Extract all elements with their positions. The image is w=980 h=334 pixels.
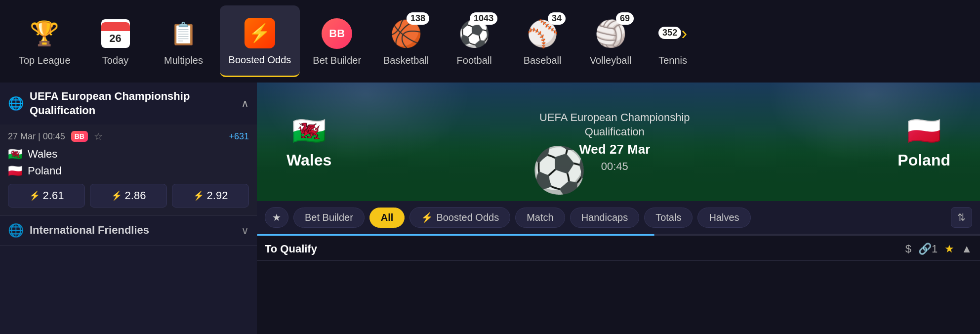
nav-label-baseball: Baseball <box>524 55 562 66</box>
star-icon: ★ <box>272 211 281 223</box>
match-date: 27 Mar | 00:45 <box>8 131 65 142</box>
boosted-odds-icon-wrap: ⚡ <box>243 16 277 50</box>
nav-item-more[interactable]: 352 › Tennis <box>647 5 699 77</box>
nav-label-basketball: Basketball <box>383 55 429 66</box>
bet-builder-icon-wrap: BB <box>320 16 354 51</box>
nav-label-football: Football <box>457 55 492 66</box>
tennis-badge: 352 <box>658 27 681 39</box>
volleyball-icon-wrap: 🏐 69 <box>593 16 628 51</box>
filter-bet-builder-button[interactable]: Bet Builder <box>293 208 365 228</box>
banner-background: ⚽ 🏴󠁧󠁢󠁷󠁬󠁳󠁿 Wales UEFA European Championsh… <box>257 83 980 201</box>
team-row-poland: 🇵🇱 Poland <box>8 164 249 178</box>
section-favorite-icon[interactable]: ★ <box>944 243 954 255</box>
nav-item-bet-builder[interactable]: BB Bet Builder <box>304 5 370 77</box>
league-section-friendlies: 🌐 International Friendlies ∨ <box>0 216 257 246</box>
bolt-icon-3: ⚡ <box>193 190 204 201</box>
team-name-poland: Poland <box>28 165 62 177</box>
match-bb-badge: BB <box>71 131 88 142</box>
banner-flag-wales: 🏴󠁧󠁢󠁷󠁬󠁳󠁿 <box>292 115 327 147</box>
calendar-top <box>101 22 130 31</box>
odds-btn-2[interactable]: ⚡ 2.86 <box>90 184 167 208</box>
volleyball-badge: 69 <box>616 12 634 25</box>
nav-item-today[interactable]: 26 Today <box>83 5 148 77</box>
league-icon-uefa: 🌐 <box>8 96 24 111</box>
top-navigation: 🏆 Top League 26 Today 📋 Multiples ⚡ Boos… <box>0 0 980 83</box>
banner-match-date: Wed 27 Mar <box>579 142 650 157</box>
bolt-icon-2: ⚡ <box>111 190 122 201</box>
filter-favorites-button[interactable]: ★ <box>265 207 288 228</box>
filter-scroll-indicator <box>257 234 980 236</box>
odds-value-3: 2.92 <box>207 189 228 202</box>
nav-item-basketball[interactable]: 🏀 138 Basketball <box>374 5 438 77</box>
filter-all-button[interactable]: All <box>369 208 405 228</box>
league-header-friendlies[interactable]: 🌐 International Friendlies ∨ <box>0 216 257 245</box>
banner-match-time: 00:45 <box>601 160 628 173</box>
filter-halves-label: Halves <box>709 212 739 223</box>
multiples-icon: 📋 <box>170 21 197 46</box>
filter-bet-builder-label: Bet Builder <box>305 212 353 223</box>
league-title-friendlies: International Friendlies <box>30 223 235 238</box>
team-name-wales: Wales <box>28 148 57 161</box>
filter-more-button[interactable]: ⇅ <box>951 207 972 228</box>
league-section-uefa: 🌐 UEFA European Championship Qualificati… <box>0 83 257 216</box>
nav-item-baseball[interactable]: ⚾ 34 Baseball <box>510 5 574 77</box>
filter-more-icon: ⇅ <box>957 212 966 223</box>
bolt-icon-1: ⚡ <box>29 190 40 201</box>
match-favorite-icon[interactable]: ☆ <box>94 130 103 142</box>
filter-boosted-odds-label: Boosted Odds <box>436 212 499 223</box>
nav-label-multiples: Multiples <box>164 55 203 66</box>
banner-flag-poland: 🇵🇱 <box>907 115 941 147</box>
filter-bar: ★ Bet Builder All ⚡ Boosted Odds Match H… <box>257 201 980 234</box>
link-count-icon[interactable]: 🔗1 <box>918 243 938 255</box>
boosted-icon: ⚡ <box>245 18 275 48</box>
league-title-uefa: UEFA European Championship Qualification <box>30 89 235 118</box>
flag-wales: 🏴󠁧󠁢󠁷󠁬󠁳󠁿 <box>8 147 23 161</box>
odds-value-2: 2.86 <box>125 189 146 202</box>
section-actions: $ 🔗1 ★ ▲ <box>905 243 972 255</box>
nav-label-boosted-odds: Boosted Odds <box>229 54 291 66</box>
collapse-icon[interactable]: ▲ <box>961 243 972 255</box>
baseball-badge: 34 <box>548 12 566 25</box>
odds-btn-1[interactable]: ⚡ 2.61 <box>8 184 85 208</box>
filter-handicaps-button[interactable]: Handicaps <box>570 208 640 228</box>
banner-team-wales: 🏴󠁧󠁢󠁷󠁬󠁳󠁿 Wales <box>286 115 331 169</box>
league-toggle-friendlies[interactable]: ∨ <box>241 224 249 237</box>
filter-halves-button[interactable]: Halves <box>697 208 750 228</box>
more-icon-wrap: 352 › <box>655 16 690 51</box>
nav-item-multiples[interactable]: 📋 Multiples <box>152 5 216 77</box>
soccer-ball-icon: ⚽ <box>531 144 587 196</box>
banner-team-poland: 🇵🇱 Poland <box>898 115 950 169</box>
basketball-badge: 138 <box>407 12 429 25</box>
top-league-icon-wrap: 🏆 <box>27 16 62 51</box>
nav-item-football[interactable]: ⚽ 1043 Football <box>442 5 506 77</box>
league-toggle-uefa[interactable]: ∧ <box>241 97 249 110</box>
nav-label-bet-builder: Bet Builder <box>313 55 361 66</box>
nav-item-top-league[interactable]: 🏆 Top League <box>10 5 80 77</box>
league-header-uefa[interactable]: 🌐 UEFA European Championship Qualificati… <box>0 83 257 125</box>
basketball-icon-wrap: 🏀 138 <box>389 16 423 51</box>
football-icon-wrap: ⚽ 1043 <box>457 16 491 51</box>
dollar-icon[interactable]: $ <box>905 243 911 255</box>
team-row-wales: 🏴󠁧󠁢󠁷󠁬󠁳󠁿 Wales <box>8 147 249 161</box>
odds-row: ⚡ 2.61 ⚡ 2.86 ⚡ 2.92 <box>8 184 249 208</box>
chevron-right-icon: › <box>681 23 687 44</box>
right-panel: ⚽ 🏴󠁧󠁢󠁷󠁬󠁳󠁿 Wales UEFA European Championsh… <box>257 83 980 334</box>
bet-builder-icon: BB <box>322 18 352 49</box>
league-icon-friendlies: 🌐 <box>8 223 24 238</box>
filter-totals-button[interactable]: Totals <box>644 208 693 228</box>
filter-boosted-odds-button[interactable]: ⚡ Boosted Odds <box>409 207 510 228</box>
nav-item-boosted-odds[interactable]: ⚡ Boosted Odds <box>220 5 300 77</box>
calendar-number: 26 <box>109 32 121 45</box>
today-icon-wrap: 26 <box>98 16 133 51</box>
filter-match-button[interactable]: Match <box>515 208 565 228</box>
odds-value-1: 2.61 <box>43 189 64 202</box>
nav-item-volleyball[interactable]: 🏐 69 Volleyball <box>578 5 643 77</box>
match-more-button[interactable]: +631 <box>229 131 249 142</box>
banner-content: 🏴󠁧󠁢󠁷󠁬󠁳󠁿 Wales UEFA European Championship… <box>257 111 980 173</box>
banner-name-wales: Wales <box>286 151 331 169</box>
banner-league-name: UEFA European ChampionshipQualification <box>539 111 690 139</box>
odds-btn-3[interactable]: ⚡ 2.92 <box>172 184 249 208</box>
main-content: 🌐 UEFA European Championship Qualificati… <box>0 83 980 334</box>
section-title: To Qualify <box>265 243 317 255</box>
nav-label-top-league: Top League <box>19 55 71 66</box>
